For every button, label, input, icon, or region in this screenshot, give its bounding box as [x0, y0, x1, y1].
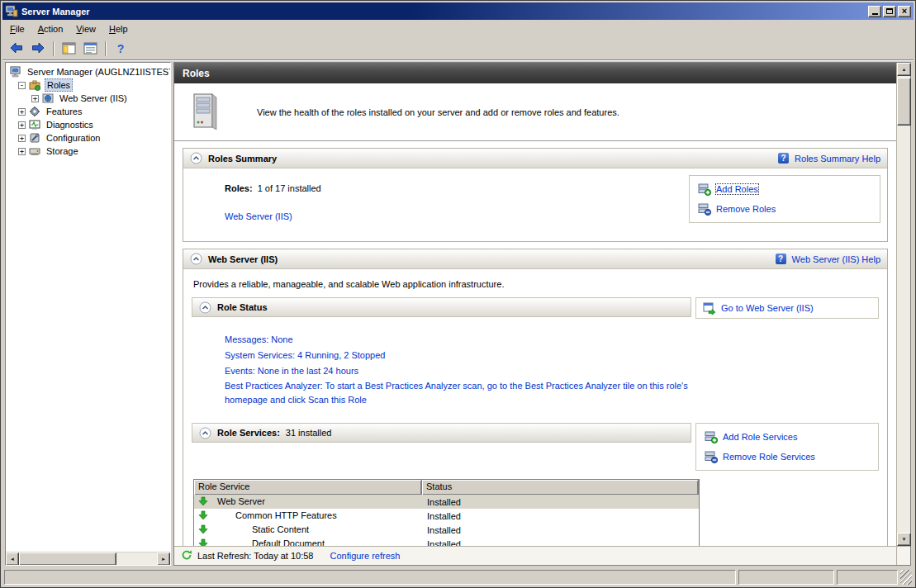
- expand-expander-icon[interactable]: +: [18, 108, 26, 116]
- roles-summary-section: Roles Summary ? Roles Summary Help Roles…: [183, 148, 888, 242]
- tree-item-web-server-iis[interactable]: + Web Server (IIS): [7, 92, 169, 105]
- status-bar-cell: [837, 570, 898, 585]
- scrollbar-thumb[interactable]: [19, 552, 116, 566]
- roles-summary-title: Roles Summary: [208, 154, 277, 164]
- page-title-bar: Roles: [174, 63, 896, 83]
- menu-help[interactable]: Help: [102, 21, 135, 37]
- remove-role-services-action[interactable]: Remove Role Services: [705, 450, 870, 463]
- table-row[interactable]: Static Content Installed: [194, 523, 699, 537]
- tree-horizontal-scrollbar[interactable]: ◄ ►: [6, 552, 170, 565]
- tree-item-features[interactable]: + Features: [7, 105, 169, 118]
- scrollbar-track[interactable]: [116, 552, 157, 565]
- add-role-services-link[interactable]: Add Role Services: [723, 432, 798, 442]
- scroll-left-button[interactable]: ◄: [6, 552, 19, 566]
- expand-expander-icon[interactable]: +: [18, 148, 26, 155]
- events-link[interactable]: Events: None in the last 24 hours: [225, 366, 358, 376]
- role-services-count: 31 installed: [286, 428, 332, 438]
- forward-button[interactable]: [28, 40, 48, 59]
- maximize-icon: [886, 8, 893, 14]
- column-header-status[interactable]: Status: [422, 480, 699, 495]
- go-to-web-server-box: Go to Web Server (IIS): [695, 297, 879, 319]
- close-button[interactable]: ×: [898, 6, 911, 17]
- collapse-chevron-icon[interactable]: [190, 152, 202, 164]
- tree-item-configuration-label: Configuration: [45, 132, 102, 144]
- go-to-web-server-action[interactable]: Go to Web Server (IIS): [703, 301, 871, 315]
- status-bar-cell: [4, 570, 736, 585]
- configure-refresh-link[interactable]: Configure refresh: [330, 551, 400, 561]
- roles-count-line: Roles:1 of 17 installed: [225, 183, 321, 193]
- scroll-right-button[interactable]: ►: [157, 552, 170, 566]
- role-service-name: Static Content: [252, 524, 309, 534]
- scroll-left-icon: ◄: [10, 557, 15, 562]
- add-role-services-icon: [705, 430, 718, 443]
- tree-item-roles[interactable]: - Roles: [7, 78, 169, 92]
- expand-expander-icon[interactable]: +: [18, 135, 26, 142]
- scrollbar-thumb[interactable]: [897, 78, 911, 126]
- resize-grip[interactable]: [900, 570, 912, 585]
- table-row[interactable]: Common HTTP Features Installed: [194, 509, 699, 523]
- roles-icon: [29, 79, 41, 91]
- remove-role-services-link[interactable]: Remove Role Services: [723, 452, 815, 462]
- storage-icon: [29, 145, 41, 157]
- vertical-scrollbar-column: ▲ ▼: [896, 63, 910, 565]
- go-to-web-server-icon: [703, 301, 716, 315]
- help-button[interactable]: ?: [111, 40, 131, 59]
- menu-file[interactable]: File: [3, 21, 31, 37]
- menu-bar: File Action View Help: [2, 20, 914, 38]
- scroll-up-button[interactable]: ▲: [897, 63, 911, 76]
- role-services-header: Role Services: 31 installed: [192, 423, 691, 443]
- expand-expander-icon[interactable]: +: [18, 121, 26, 129]
- tree-item-storage[interactable]: + Storage: [7, 145, 169, 158]
- system-services-link[interactable]: System Services: 4 Running, 2 Stopped: [225, 350, 385, 360]
- role-service-status: Installed: [422, 511, 699, 521]
- collapse-chevron-icon[interactable]: [190, 253, 202, 265]
- collapse-chevron-icon[interactable]: [199, 427, 211, 439]
- toolbar-separator: [105, 41, 106, 56]
- role-services-table: Role Service Status Web Server Installed: [193, 479, 700, 546]
- roles-page: Roles View the health of the roles insta…: [174, 63, 896, 565]
- back-button[interactable]: [7, 40, 26, 59]
- menu-view[interactable]: View: [69, 21, 102, 37]
- export-list-button[interactable]: [80, 40, 100, 59]
- web-server-iis-help-link[interactable]: Web Server (IIS) Help: [792, 254, 880, 264]
- expand-expander-icon[interactable]: +: [31, 95, 39, 102]
- role-service-cell: Static Content: [194, 523, 422, 537]
- export-list-icon: [83, 42, 97, 56]
- roles-summary-help-link[interactable]: Roles Summary Help: [795, 154, 880, 164]
- column-header-role-service[interactable]: Role Service: [194, 480, 422, 495]
- role-status-subsection: Role Status Go to Web Server (IIS): [192, 297, 879, 408]
- remove-roles-action[interactable]: Remove Roles: [698, 202, 871, 216]
- web-server-iis-role-link[interactable]: Web Server (IIS): [225, 211, 292, 221]
- refresh-status-bar: Last Refresh: Today at 10:58 Configure r…: [174, 546, 896, 565]
- role-service-name: Default Document: [252, 538, 325, 546]
- roles-summary-header: Roles Summary ? Roles Summary Help: [183, 149, 887, 168]
- add-role-services-action[interactable]: Add Role Services: [705, 430, 870, 443]
- tree-root-server-manager[interactable]: Server Manager (AUGLNZ1IISTEST.: [7, 65, 169, 78]
- scroll-down-button[interactable]: ▼: [897, 533, 911, 546]
- page-title: Roles: [183, 68, 210, 79]
- add-roles-action[interactable]: Add Roles: [698, 183, 871, 196]
- tree-item-diagnostics[interactable]: + Diagnostics: [7, 118, 169, 131]
- console-tree: Server Manager (AUGLNZ1IISTEST. - Roles …: [6, 63, 170, 552]
- minimize-button[interactable]: [868, 6, 881, 17]
- tree-item-roles-label: Roles: [45, 78, 73, 92]
- add-roles-link[interactable]: Add Roles: [716, 184, 758, 194]
- vertical-scrollbar[interactable]: ▲ ▼: [897, 63, 910, 546]
- tree-item-features-label: Features: [45, 106, 83, 117]
- table-row[interactable]: Web Server Installed: [194, 495, 699, 509]
- collapse-chevron-icon[interactable]: [199, 301, 211, 314]
- last-refresh-text: Last Refresh: Today at 10:58: [197, 551, 313, 561]
- menu-action[interactable]: Action: [31, 21, 70, 37]
- go-to-web-server-link[interactable]: Go to Web Server (IIS): [721, 303, 814, 313]
- messages-link[interactable]: Messages: None: [225, 334, 293, 344]
- show-console-tree-button[interactable]: [59, 40, 78, 59]
- tree-item-configuration[interactable]: + Configuration: [7, 131, 169, 145]
- roles-actions-box: Add Roles Remove Roles: [689, 175, 880, 223]
- best-practices-analyzer-link[interactable]: Best Practices Analyzer: To start a Best…: [225, 379, 691, 407]
- collapse-expander-icon[interactable]: -: [18, 82, 26, 89]
- scrollbar-track[interactable]: [897, 126, 910, 533]
- title-bar: Server Manager ×: [2, 2, 914, 20]
- maximize-button[interactable]: [883, 6, 896, 17]
- remove-roles-link[interactable]: Remove Roles: [716, 204, 776, 214]
- table-row[interactable]: Default Document Installed: [194, 537, 699, 546]
